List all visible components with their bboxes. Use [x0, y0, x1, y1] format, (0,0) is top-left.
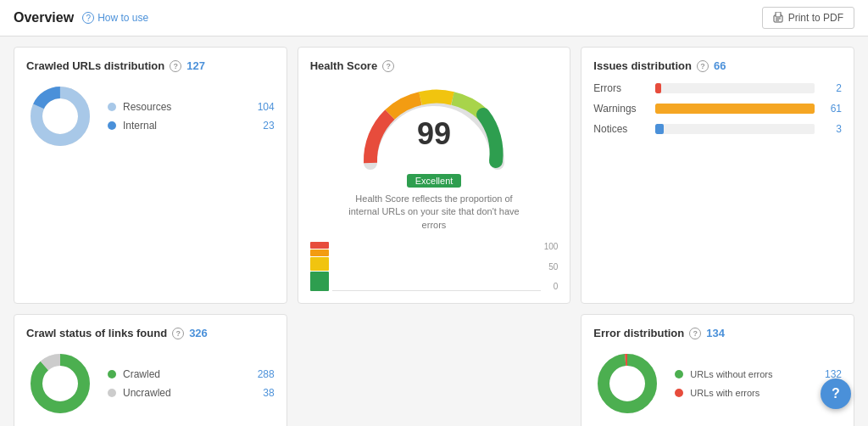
health-score-info-icon[interactable]: ?	[382, 60, 394, 72]
crawl-status-count: 326	[189, 327, 208, 339]
internal-dot	[108, 121, 116, 130]
fab-help-button[interactable]: ?	[821, 378, 851, 409]
svg-point-15	[610, 367, 644, 401]
uncrawled-dot	[108, 389, 116, 397]
crawl-status-legend: Crawled 288 Uncrawled 38	[108, 368, 275, 399]
print-to-pdf-button[interactable]: Print to PDF	[762, 7, 854, 29]
y-label-100: 100	[544, 242, 559, 251]
crawled-urls-count: 127	[186, 59, 205, 72]
no-errors-dot	[675, 370, 683, 378]
health-score-badge: Excellent	[407, 174, 462, 188]
health-score-description: Health Score reflects the proportion of …	[341, 193, 527, 232]
issues-distribution-count: 66	[714, 59, 726, 72]
crawled-urls-svg	[26, 82, 94, 150]
crawl-status-title: Crawl status of links found ? 326	[26, 327, 275, 339]
crawled-urls-title: Crawled URLs distribution ? 127	[26, 59, 275, 72]
issues-bars: Errors 2 Warnings 61 Notices	[593, 82, 842, 135]
middle-placeholder	[298, 314, 571, 426]
error-distribution-count: 134	[706, 327, 725, 339]
legend-internal: Internal 23	[108, 120, 275, 132]
health-score-number: 99	[417, 116, 451, 152]
bottom-row: Crawl status of links found ? 326	[14, 314, 854, 426]
issues-distribution-card: Issues distribution ? 66 Errors 2 Warnin…	[581, 47, 854, 304]
legend-resources: Resources 104	[108, 101, 275, 113]
header-left: Overview ? How to use	[14, 10, 148, 25]
svg-point-11	[43, 367, 77, 401]
page-title: Overview	[14, 10, 74, 25]
notices-bar-track	[655, 124, 815, 134]
how-to-use-label: How to use	[97, 12, 148, 24]
legend-uncrawled: Uncrawled 38	[108, 387, 275, 399]
legend-crawled: Crawled 288	[108, 368, 275, 380]
errors-bar-fill	[655, 83, 660, 93]
help-icon: ?	[82, 12, 94, 24]
error-distribution-donut	[593, 350, 661, 418]
crawled-urls-legend: Resources 104 Internal 23	[108, 101, 275, 132]
warnings-bar-track	[655, 104, 815, 114]
errors-bar-row: Errors 2	[593, 82, 842, 94]
warnings-bar-fill	[655, 104, 815, 114]
svg-rect-1	[776, 12, 781, 17]
with-errors-dot	[675, 389, 683, 397]
crawl-status-svg	[26, 350, 94, 418]
how-to-use-link[interactable]: ? How to use	[82, 12, 148, 24]
health-score-title: Health Score ?	[310, 59, 559, 72]
issues-distribution-title: Issues distribution ? 66	[593, 59, 842, 72]
resources-dot	[108, 103, 116, 111]
error-distribution-info-icon[interactable]: ?	[689, 328, 701, 339]
error-distribution-chart: URLs without errors 132 URLs with errors…	[593, 350, 842, 418]
crawled-urls-chart: Resources 104 Internal 23	[26, 82, 275, 150]
crawled-urls-info-icon[interactable]: ?	[170, 60, 181, 72]
warnings-bar-row: Warnings 61	[593, 103, 842, 115]
crawled-urls-donut	[26, 82, 94, 150]
y-label-0: 0	[554, 282, 559, 291]
errors-bar-track	[655, 83, 815, 93]
health-mini-chart: 100 50 0	[310, 238, 559, 291]
crawl-status-info-icon[interactable]: ?	[172, 328, 184, 339]
legend-with-errors: URLs with errors 2	[675, 387, 842, 399]
page-header: Overview ? How to use Print to PDF	[0, 0, 868, 36]
legend-no-errors: URLs without errors 132	[675, 368, 842, 380]
print-icon	[773, 12, 783, 24]
error-distribution-svg	[593, 350, 661, 418]
svg-point-7	[43, 99, 77, 133]
health-score-card: Health Score ?	[298, 47, 571, 304]
error-distribution-title: Error distribution ? 134	[593, 327, 842, 339]
crawl-status-card: Crawl status of links found ? 326	[14, 314, 287, 426]
crawled-urls-card: Crawled URLs distribution ? 127	[14, 47, 287, 304]
error-distribution-legend: URLs without errors 132 URLs with errors…	[675, 368, 842, 399]
error-distribution-card: Error distribution ? 134	[581, 314, 854, 426]
top-row: Crawled URLs distribution ? 127	[14, 47, 854, 304]
issues-distribution-info-icon[interactable]: ?	[697, 60, 709, 72]
health-gauge: 99	[358, 82, 510, 167]
crawl-status-donut	[26, 350, 94, 418]
main-content: Crawled URLs distribution ? 127	[0, 36, 868, 426]
crawl-status-chart: Crawled 288 Uncrawled 38	[26, 350, 275, 418]
notices-bar-row: Notices 3	[593, 123, 842, 135]
print-label: Print to PDF	[788, 12, 843, 24]
crawled-dot	[108, 370, 116, 378]
notices-bar-fill	[655, 124, 663, 134]
y-label-50: 50	[548, 262, 558, 272]
